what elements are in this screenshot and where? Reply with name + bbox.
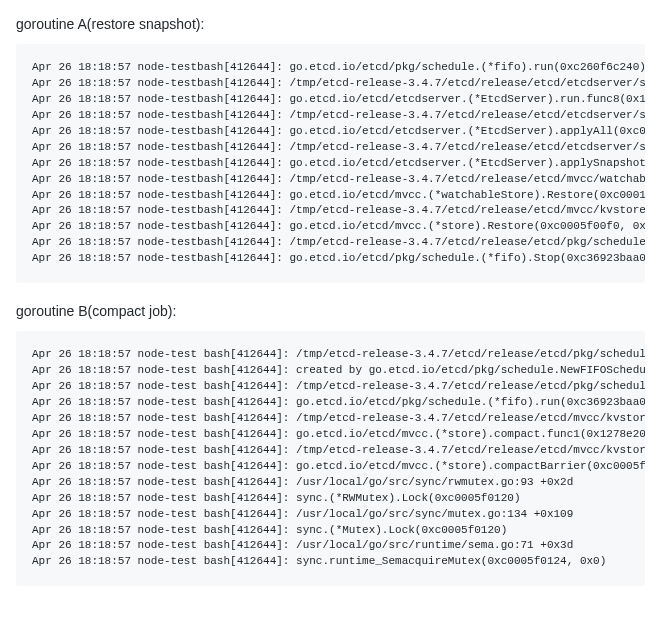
log-line: Apr 26 18:18:57 node-testbash[412644]: /…: [32, 172, 629, 188]
log-line: Apr 26 18:18:57 node-testbash[412644]: g…: [32, 251, 629, 267]
log-line: Apr 26 18:18:57 node-test bash[412644]: …: [32, 427, 629, 443]
section-a-title: goroutine A(restore snapshot):: [16, 16, 645, 32]
log-line: Apr 26 18:18:57 node-test bash[412644]: …: [32, 347, 629, 363]
log-block-a[interactable]: Apr 26 18:18:57 node-testbash[412644]: g…: [16, 44, 645, 283]
log-line: Apr 26 18:18:57 node-test bash[412644]: …: [32, 538, 629, 554]
log-line: Apr 26 18:18:57 node-testbash[412644]: /…: [32, 140, 629, 156]
log-line: Apr 26 18:18:57 node-test bash[412644]: …: [32, 554, 629, 570]
log-line: Apr 26 18:18:57 node-test bash[412644]: …: [32, 507, 629, 523]
log-line: Apr 26 18:18:57 node-testbash[412644]: /…: [32, 76, 629, 92]
log-line: Apr 26 18:18:57 node-test bash[412644]: …: [32, 411, 629, 427]
log-block-b[interactable]: Apr 26 18:18:57 node-test bash[412644]: …: [16, 331, 645, 586]
log-line: Apr 26 18:18:57 node-test bash[412644]: …: [32, 491, 629, 507]
log-line: Apr 26 18:18:57 node-testbash[412644]: /…: [32, 203, 629, 219]
log-line: Apr 26 18:18:57 node-test bash[412644]: …: [32, 363, 629, 379]
section-b-title: goroutine B(compact job):: [16, 303, 645, 319]
log-line: Apr 26 18:18:57 node-testbash[412644]: g…: [32, 124, 629, 140]
log-line: Apr 26 18:18:57 node-test bash[412644]: …: [32, 443, 629, 459]
log-line: Apr 26 18:18:57 node-test bash[412644]: …: [32, 475, 629, 491]
log-line: Apr 26 18:18:57 node-test bash[412644]: …: [32, 395, 629, 411]
log-line: Apr 26 18:18:57 node-testbash[412644]: g…: [32, 219, 629, 235]
log-line: Apr 26 18:18:57 node-test bash[412644]: …: [32, 523, 629, 539]
log-line: Apr 26 18:18:57 node-testbash[412644]: /…: [32, 235, 629, 251]
log-line: Apr 26 18:18:57 node-test bash[412644]: …: [32, 379, 629, 395]
log-line: Apr 26 18:18:57 node-testbash[412644]: g…: [32, 156, 629, 172]
log-line: Apr 26 18:18:57 node-test bash[412644]: …: [32, 459, 629, 475]
log-line: Apr 26 18:18:57 node-testbash[412644]: g…: [32, 60, 629, 76]
log-line: Apr 26 18:18:57 node-testbash[412644]: /…: [32, 108, 629, 124]
log-line: Apr 26 18:18:57 node-testbash[412644]: g…: [32, 92, 629, 108]
log-line: Apr 26 18:18:57 node-testbash[412644]: g…: [32, 188, 629, 204]
